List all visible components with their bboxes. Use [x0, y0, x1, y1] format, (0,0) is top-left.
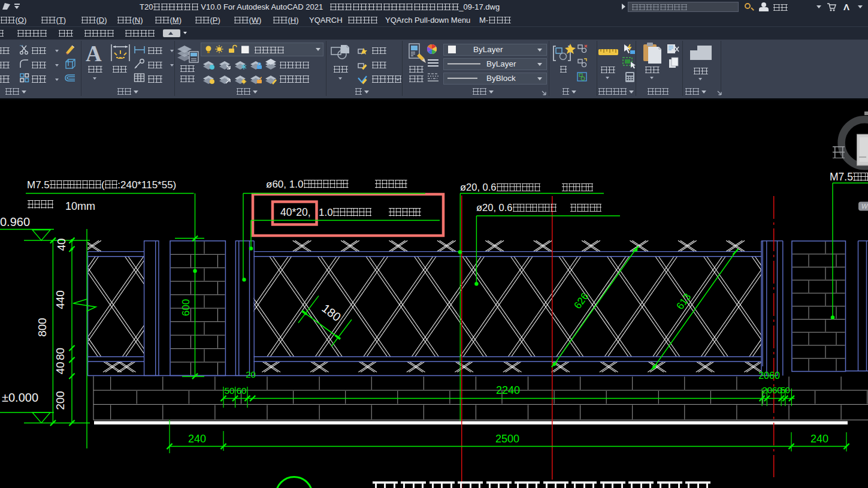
svg-text:50: 50: [781, 385, 790, 395]
svg-text:40: 40: [55, 238, 68, 251]
svg-text:40: 40: [54, 362, 66, 374]
svg-text:20: 20: [246, 369, 256, 379]
svg-text:600: 600: [180, 299, 192, 316]
svg-text:50: 50: [225, 385, 235, 396]
svg-text:200: 200: [54, 391, 66, 410]
svg-text:80: 80: [54, 348, 66, 360]
svg-text:240: 240: [188, 433, 206, 445]
svg-text:2060: 2060: [762, 385, 782, 395]
svg-text:2240: 2240: [496, 384, 520, 396]
svg-text:240: 240: [810, 433, 828, 445]
svg-text:440: 440: [54, 290, 66, 309]
svg-text:800: 800: [36, 318, 49, 337]
svg-text:WC: WC: [861, 203, 868, 210]
svg-text:2500: 2500: [495, 433, 519, 445]
svg-text:2060: 2060: [758, 370, 780, 381]
svg-text:60: 60: [237, 385, 247, 396]
